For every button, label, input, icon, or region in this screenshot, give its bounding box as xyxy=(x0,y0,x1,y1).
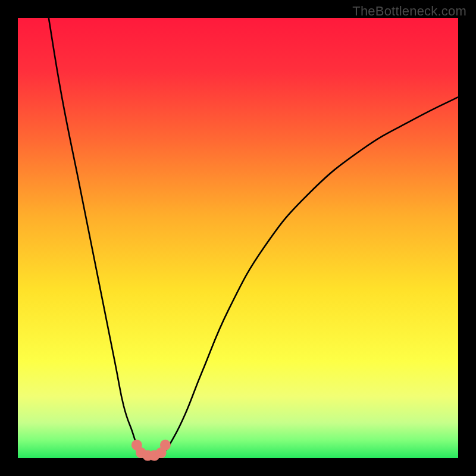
marker-dots xyxy=(131,440,171,461)
curves-layer xyxy=(18,18,458,458)
left-curve xyxy=(49,18,141,454)
chart-root: TheBottleneck.com xyxy=(0,0,476,476)
right-curve xyxy=(163,97,458,453)
plot-area xyxy=(18,18,458,458)
marker-dot xyxy=(160,440,171,450)
watermark-text: TheBottleneck.com xyxy=(352,4,466,19)
